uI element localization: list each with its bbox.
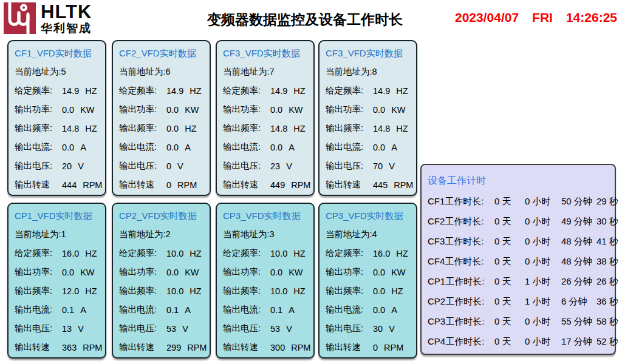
row-unit: HZ <box>293 86 305 96</box>
panel-title: CP2_VFD实时数据 <box>119 207 207 225</box>
panel-row: 给定频率:14.9HZ <box>223 81 311 100</box>
row-label: 输出电压: <box>119 160 166 172</box>
row-value: 299 <box>166 343 181 352</box>
row-value: 0 <box>166 161 171 171</box>
panel-row: 输出电压:30V <box>326 319 414 338</box>
row-value: 14.8 <box>62 124 79 133</box>
row-value: 0.0 <box>166 105 179 115</box>
row-unit: A <box>185 305 191 315</box>
panel-row: 输出频率:14.8HZ <box>15 119 103 138</box>
row-unit: A <box>185 143 191 152</box>
brand-name: HLTK <box>41 1 92 23</box>
vfd-panel-cp3: CP3_VFD实时数据 当前地址为:3 给定频率:10.0HZ 输出功率:0.0… <box>216 203 315 359</box>
panel-title: CF1_VFD实时数据 <box>15 44 103 62</box>
panel-title: CP3_VFD实时数据 <box>223 207 311 225</box>
timer-row: CP4工作时长:0 天0 小时17 分钟52 秒 <box>428 332 615 352</box>
row-unit: A <box>289 305 295 315</box>
row-label: 输出功率: <box>119 266 166 278</box>
panel-row: 输出频率:0.0HZ <box>119 119 207 138</box>
panel-row: 输出转速299RPM <box>119 338 207 357</box>
row-label: 输出频率: <box>119 285 166 297</box>
row-label: 输出电流: <box>15 304 62 315</box>
timer-seconds: 38 秒 <box>596 256 618 268</box>
row-label: 输出频率: <box>15 123 62 134</box>
row-label: 输出功率: <box>15 104 62 115</box>
row-value: 10.0 <box>270 249 287 258</box>
row-label: 输出电流: <box>15 141 62 153</box>
row-value: 0.0 <box>373 143 385 152</box>
panel-row: 输出电压:53V <box>119 319 207 338</box>
timer-hours: 0 小时 <box>525 256 561 268</box>
row-unit: KW <box>185 105 199 115</box>
row-value: 0.1 <box>62 305 74 315</box>
panel-row: 输出频率:12.0HZ <box>15 281 103 300</box>
row-value: 0.0 <box>166 124 179 133</box>
panel-row: 输出频率:10.0HZ <box>119 281 207 300</box>
row-unit: V <box>389 324 395 334</box>
row-unit: V <box>78 161 84 171</box>
timer-hours: 0 小时 <box>525 336 561 348</box>
panel-row: 输出频率:0.0HZ <box>326 281 414 300</box>
row-value: 0.0 <box>270 268 282 277</box>
row-label: 输出功率: <box>223 266 270 278</box>
timer-days: 0 天 <box>494 296 525 308</box>
timer-minutes: 17 分钟 <box>561 336 596 348</box>
panel-row: 给定频率:14.9HZ <box>326 81 414 100</box>
panel-row: 给定频率:16.0HZ <box>15 244 103 263</box>
brand-name-chinese: 华利智成 <box>41 21 92 36</box>
row-label: 输出功率: <box>326 104 373 115</box>
timer-hours: 1 小时 <box>525 296 561 308</box>
timer-days: 0 天 <box>494 196 525 207</box>
timer-label: CF1工作时长: <box>428 196 494 207</box>
row-value: 70 <box>373 161 383 171</box>
panel-row: 输出电流:0.1A <box>223 300 311 319</box>
row-label: 输出电压: <box>223 160 270 172</box>
row-label: 输出频率: <box>223 123 270 134</box>
row-value: 0 <box>166 180 171 190</box>
row-value: 14.9 <box>270 86 287 96</box>
timer-row: CF1工作时长:0 天0 小时50 分钟29 秒 <box>428 192 615 212</box>
row-unit: RPM <box>177 180 197 190</box>
panel-row: 输出转速0RPM <box>326 338 414 357</box>
panel-row: 输出电压:13V <box>15 319 103 338</box>
row-unit: HZ <box>293 286 305 296</box>
row-unit: HZ <box>391 286 403 296</box>
row-unit: HZ <box>185 124 196 133</box>
row-value: 10.0 <box>166 286 183 296</box>
page-title: 变频器数据监控及设备工作时长 <box>153 10 457 29</box>
panel-row: 输出频率:14.8HZ <box>223 119 311 138</box>
panel-row: 输出转速449RPM <box>223 175 311 194</box>
timer-label: CP1工作时长: <box>428 276 494 288</box>
panel-row: 输出功率:0.0KW <box>15 100 103 119</box>
panel-row: 给定频率:16.0HZ <box>326 244 414 263</box>
row-label: 给定频率: <box>119 248 166 259</box>
row-label: 输出电压: <box>326 160 373 172</box>
panel-row: 输出功率:0.0KW <box>119 100 207 119</box>
panel-title: CP1_VFD实时数据 <box>15 207 103 225</box>
row-unit: HZ <box>85 124 97 133</box>
timer-label: CF3工作时长: <box>428 236 494 248</box>
row-unit: RPM <box>384 343 403 352</box>
row-unit: A <box>289 143 295 152</box>
row-unit: HZ <box>396 249 408 258</box>
timer-seconds: 36 秒 <box>596 296 618 308</box>
row-label: 输出转速 <box>119 179 166 190</box>
timer-days: 0 天 <box>494 336 525 348</box>
row-value: 0.0 <box>166 143 179 152</box>
panel-title: CF3_VFD实时数据 <box>223 44 311 62</box>
row-unit: RPM <box>291 343 310 352</box>
row-label: 输出转速 <box>15 179 62 190</box>
row-unit: KW <box>391 105 405 115</box>
row-label: 输出频率: <box>15 285 62 297</box>
panel-address: 当前地址为:1 <box>15 225 103 244</box>
row-label: 给定频率: <box>119 85 166 96</box>
panel-row: 输出转速300RPM <box>223 338 311 357</box>
panel-row: 输出转速363RPM <box>15 338 103 357</box>
row-value: 12.0 <box>62 286 79 296</box>
panel-row: 输出功率:0.0KW <box>119 263 207 281</box>
row-label: 输出电压: <box>15 160 62 172</box>
timer-days: 0 天 <box>494 216 525 228</box>
row-unit: HZ <box>396 124 408 133</box>
row-label: 输出功率: <box>119 104 166 115</box>
row-value: 14.8 <box>373 124 390 133</box>
